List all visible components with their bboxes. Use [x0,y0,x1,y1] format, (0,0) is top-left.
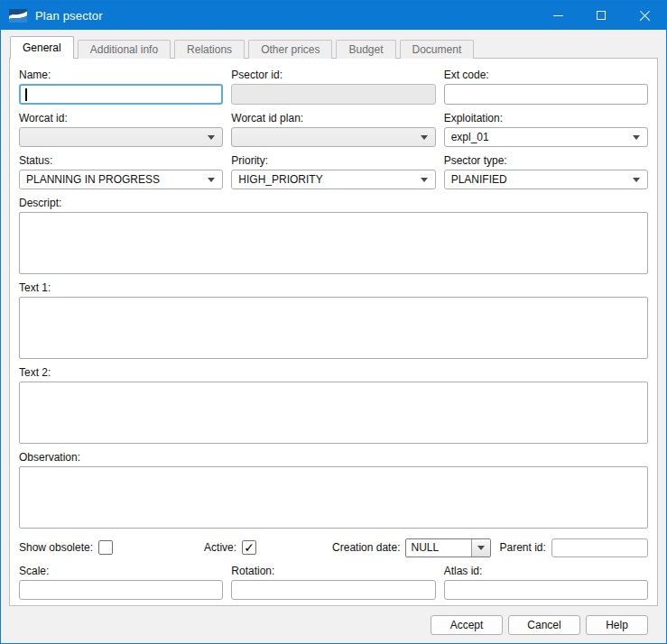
text2-textarea[interactable] [19,382,648,444]
worcat-id-plan-select[interactable] [231,127,435,147]
parent-id-input[interactable] [551,538,648,557]
parent-id-input-field[interactable] [552,539,647,557]
titlebar[interactable]: Plan psector [1,1,666,30]
exploitation-value: expl_01 [451,131,633,143]
creation-date-label: Creation date: [332,541,400,554]
status-select[interactable]: PLANNING IN PROGRESS [19,170,223,189]
field-exploitation: Exploitation: expl_01 [444,105,648,147]
active-checkbox[interactable] [242,540,256,555]
tab-general-label: General [23,41,61,54]
psector-id-input [231,84,435,105]
exploitation-label: Exploitation: [444,112,648,124]
field-psector-id: Psector id: [231,61,435,105]
atlas-id-input-field[interactable] [445,581,647,599]
atlas-id-input[interactable] [444,580,648,600]
name-input[interactable] [19,84,223,105]
help-button[interactable]: Help [586,615,648,635]
status-label: Status: [19,154,223,167]
tab-other-prices[interactable]: Other prices [248,40,332,59]
window-title: Plan psector [35,9,103,23]
general-tab-panel: Name: Psector id: Ext code: [9,58,658,606]
rotation-input[interactable] [231,580,435,600]
ext-code-label: Ext code: [444,69,648,81]
field-status: Status: PLANNING IN PROGRESS [19,147,223,189]
tab-other-prices-label: Other prices [261,43,320,56]
psector-type-label: Psector type: [444,154,648,167]
tab-bar: General Additional info Relations Other … [1,30,666,58]
worcat-id-select[interactable] [19,127,223,147]
tab-relations-label: Relations [187,43,232,56]
chevron-down-icon [421,135,428,140]
app-logo-icon [9,9,27,23]
tab-general[interactable]: General [10,36,74,59]
worcat-id-label: Worcat id: [19,112,223,124]
maximize-button[interactable] [579,1,623,30]
field-descript: Descript: [19,197,648,274]
status-value: PLANNING IN PROGRESS [26,173,208,186]
minimize-icon [553,15,563,16]
creation-date-value: NULL [406,539,471,557]
atlas-id-label: Atlas id: [444,565,648,577]
chevron-down-icon [208,135,215,140]
priority-select[interactable]: HIGH_PRIORITY [231,170,435,189]
text-caret [25,88,27,101]
name-input-field[interactable] [21,86,221,103]
priority-value: HIGH_PRIORITY [238,173,420,186]
field-text1: Text 1: [19,281,648,359]
active-label: Active: [204,541,236,554]
creation-date-dropdown-button[interactable] [471,539,490,557]
field-scale: Scale: [19,557,223,600]
maximize-icon [597,11,606,20]
accept-button[interactable]: Accept [431,615,503,635]
options-row: Show obsolete: Active: Creation date: NU… [19,538,648,557]
scale-input[interactable] [19,580,223,600]
field-priority: Priority: HIGH_PRIORITY [231,147,435,189]
text1-label: Text 1: [19,281,648,294]
name-label: Name: [19,69,223,81]
chevron-down-icon [421,178,428,182]
scale-input-field[interactable] [20,581,222,599]
plan-psector-dialog: Plan psector General Additional info Rel… [0,0,667,644]
cancel-button[interactable]: Cancel [508,615,580,635]
window-controls [536,1,666,30]
text1-textarea[interactable] [19,297,648,359]
field-rotation: Rotation: [231,557,435,600]
field-text2: Text 2: [19,366,648,444]
psector-id-input-field [232,85,434,104]
tab-additional-info[interactable]: Additional info [78,40,171,59]
minimize-button[interactable] [536,1,579,30]
ext-code-input-field[interactable] [445,85,647,104]
tab-additional-info-label: Additional info [90,43,158,56]
chevron-down-icon [633,135,640,140]
exploitation-select[interactable]: expl_01 [444,127,648,147]
chevron-down-icon [477,546,485,550]
tab-budget-label: Budget [348,43,383,56]
field-worcat-id-plan: Worcat id plan: [231,105,435,147]
tab-document[interactable]: Document [400,40,475,59]
psector-id-label: Psector id: [231,69,435,81]
worcat-id-plan-label: Worcat id plan: [231,112,435,124]
observation-textarea[interactable] [19,466,648,529]
field-psector-type: Psector type: PLANIFIED [444,147,648,189]
dialog-button-box: Accept Cancel Help [1,606,666,643]
show-obsolete-label: Show obsolete: [19,541,93,554]
show-obsolete-checkbox[interactable] [98,540,113,555]
close-button[interactable] [623,1,666,30]
scale-label: Scale: [19,565,223,577]
tab-document-label: Document [412,43,462,56]
psector-type-select[interactable]: PLANIFIED [444,170,648,189]
creation-date-select[interactable]: NULL [405,538,491,557]
rotation-label: Rotation: [231,565,435,577]
ext-code-input[interactable] [444,84,648,105]
tab-relations[interactable]: Relations [174,40,245,59]
chevron-down-icon [208,178,215,182]
rotation-input-field[interactable] [232,581,434,599]
psector-type-value: PLANIFIED [451,173,633,186]
field-observation: Observation: [19,451,648,529]
field-ext-code: Ext code: [444,61,648,105]
field-name: Name: [19,61,223,105]
descript-textarea[interactable] [19,212,648,274]
close-icon [639,10,651,22]
text2-label: Text 2: [19,366,648,379]
tab-budget[interactable]: Budget [336,40,395,59]
